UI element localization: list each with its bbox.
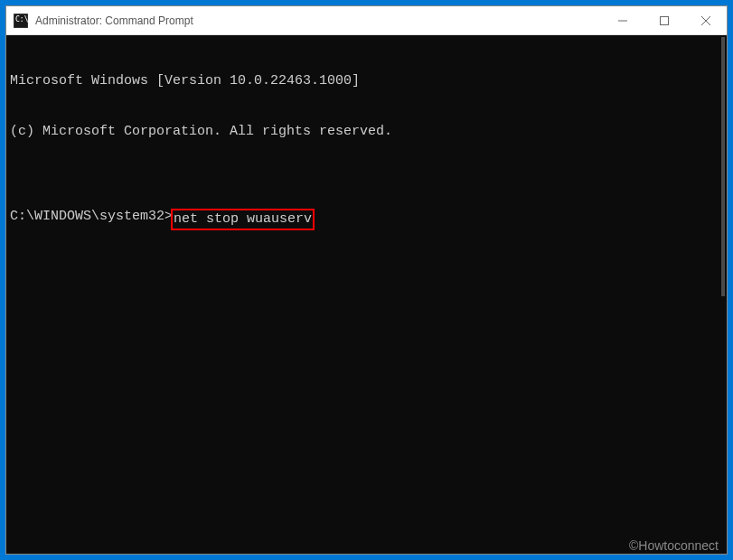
maximize-button[interactable] (644, 6, 685, 34)
terminal-area[interactable]: Microsoft Windows [Version 10.0.22463.10… (6, 35, 727, 554)
scrollbar-thumb[interactable] (721, 37, 725, 296)
terminal-output-line: (c) Microsoft Corporation. All rights re… (10, 124, 721, 141)
cmd-icon: C:\ (14, 14, 28, 28)
window-title: Administrator: Command Prompt (35, 14, 602, 27)
svg-rect-3 (661, 16, 669, 24)
terminal-prompt-line: C:\WINDOWS\system32>net stop wuauserv (10, 209, 721, 231)
terminal-scrollbar[interactable] (712, 35, 727, 554)
minimize-button[interactable] (602, 6, 644, 34)
highlighted-command: net stop wuauserv (171, 209, 315, 231)
close-button[interactable] (685, 6, 727, 34)
terminal-output-line: Microsoft Windows [Version 10.0.22463.10… (10, 73, 721, 90)
command-prompt-window: C:\ Administrator: Command Prompt Micros… (5, 5, 728, 555)
svg-text:C:\: C:\ (15, 15, 28, 23)
terminal-prompt: C:\WINDOWS\system32> (10, 209, 173, 226)
terminal-command-text: net stop wuauserv (174, 211, 312, 227)
window-controls (602, 6, 727, 34)
titlebar[interactable]: C:\ Administrator: Command Prompt (6, 6, 727, 35)
